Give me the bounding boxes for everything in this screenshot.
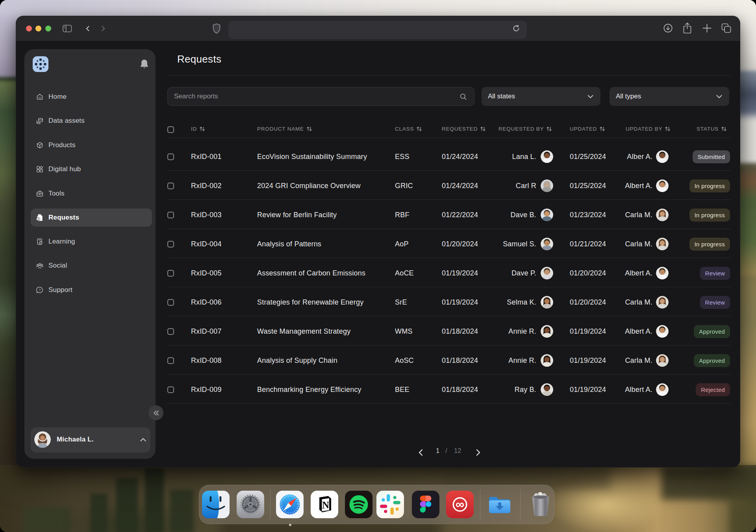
svg-text:∞: ∞: [456, 497, 464, 511]
svg-text:?: ?: [39, 288, 41, 292]
svg-text:N: N: [322, 500, 329, 510]
